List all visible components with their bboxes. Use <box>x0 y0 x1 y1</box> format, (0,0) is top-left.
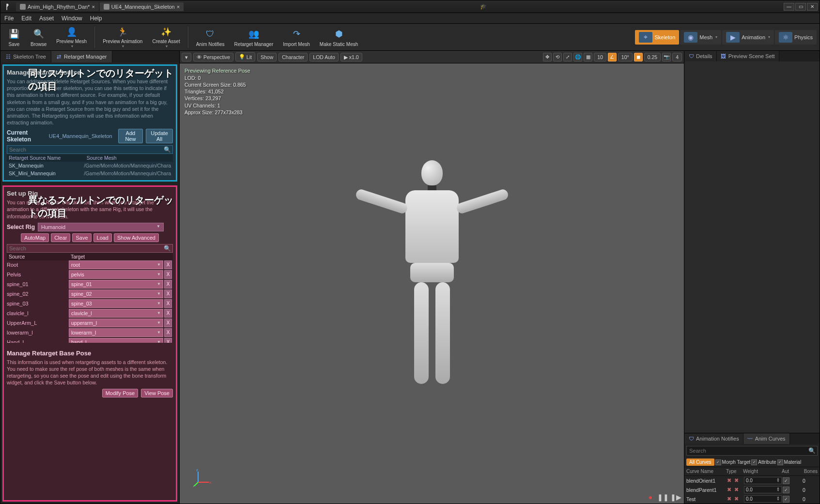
speed-button[interactable]: ▶ x1.0 <box>340 53 362 61</box>
lod-button[interactable]: LOD Auto <box>309 53 339 61</box>
table-row[interactable]: SK_Mini_Mannequin/Game/MorroMotion/Manne… <box>7 169 173 177</box>
mode-mesh[interactable]: ◉Mesh▾ <box>680 30 721 45</box>
show-button[interactable]: Show <box>257 53 277 61</box>
anim-notifies-button[interactable]: 🛡Anim Notifies <box>192 25 229 49</box>
pause-button[interactable]: ❚❚ <box>659 493 667 502</box>
delete-icon[interactable]: ✖ <box>733 487 740 493</box>
scale-icon[interactable]: ⤢ <box>563 53 572 61</box>
rig-target-select[interactable]: spine_02▼ <box>69 290 163 298</box>
clear-button[interactable]: Clear <box>51 233 70 242</box>
search-input[interactable] <box>7 145 173 154</box>
scale-snap-icon[interactable]: ◼ <box>634 53 643 61</box>
curve-row[interactable]: blendOrient1✖✖0.0▲▼✓0 <box>684 476 820 485</box>
clear-mapping-button[interactable]: X <box>164 309 172 318</box>
auto-checkbox[interactable]: ✓ <box>783 477 789 484</box>
menu-asset[interactable]: Asset <box>39 15 54 22</box>
grid-snap-icon[interactable]: ▦ <box>584 53 592 61</box>
translate-icon[interactable]: ✥ <box>543 53 552 61</box>
auto-checkbox[interactable]: ✓ <box>783 487 789 493</box>
rig-target-select[interactable]: spine_03▼ <box>69 299 163 308</box>
rig-target-select[interactable]: hand_l▼ <box>69 338 163 343</box>
menu-file[interactable]: File <box>4 15 14 22</box>
retarget-manager-button[interactable]: 👥Retarget Manager <box>231 25 278 49</box>
graduation-icon[interactable]: 🎓 <box>480 3 487 10</box>
menu-window[interactable]: Window <box>62 15 82 22</box>
mat-checkbox[interactable]: ✓ <box>777 459 783 465</box>
tab-anim-curves[interactable]: 〰Anim Curves <box>743 433 790 444</box>
delete-icon[interactable]: ✖ <box>733 477 740 484</box>
editor-tab[interactable]: Anim_High_Rhythm_Dan*× <box>16 2 99 11</box>
camera-speed-icon[interactable]: 📷 <box>662 53 671 61</box>
minimize-button[interactable]: ― <box>784 3 794 11</box>
save-button[interactable]: 💾Save <box>3 25 25 49</box>
close-icon[interactable]: × <box>177 4 180 10</box>
filter-all-curves[interactable]: All Curves <box>686 458 714 466</box>
save-button[interactable]: Save <box>72 233 91 242</box>
rig-target-select[interactable]: upperarm_l▼ <box>69 319 163 327</box>
clear-mapping-button[interactable]: X <box>164 338 172 343</box>
preview-anim-button[interactable]: 🏃Preview Animation▾ <box>99 25 146 49</box>
delete-icon[interactable]: ✖ <box>726 496 732 502</box>
angle-snap-icon[interactable]: ∠ <box>608 53 617 61</box>
tab-skeleton-tree[interactable]: ☷Skeleton Tree <box>0 51 51 62</box>
delete-icon[interactable]: ✖ <box>726 477 732 484</box>
angle-value[interactable]: 10° <box>618 53 633 61</box>
cam-speed[interactable]: 4 <box>672 53 682 61</box>
clear-mapping-button[interactable]: X <box>164 290 172 298</box>
rig-target-select[interactable]: pelvis▼ <box>69 270 163 279</box>
search-input[interactable] <box>7 244 173 253</box>
record-button[interactable]: ● <box>646 493 655 502</box>
close-button[interactable]: ✕ <box>807 3 818 11</box>
rig-target-select[interactable]: lowerarm_l▼ <box>69 328 163 337</box>
clear-mapping-button[interactable]: X <box>164 270 172 279</box>
clear-mapping-button[interactable]: X <box>164 299 172 308</box>
viewport-3d[interactable]: Previewing Reference Pose LOD: 0 Current… <box>180 63 684 504</box>
rig-select[interactable]: Humanoid▼ <box>38 223 164 231</box>
tab-retarget-manager[interactable]: ⇄Retarget Manager <box>51 51 112 62</box>
preview-mesh-button[interactable]: 👤Preview Mesh▾ <box>52 25 91 49</box>
weight-input[interactable]: 0.0▲▼ <box>744 477 782 484</box>
weight-input[interactable]: 0.0▲▼ <box>744 486 782 493</box>
mode-skeleton[interactable]: ⌖Skeleton <box>635 30 679 45</box>
load-button[interactable]: Load <box>93 233 112 242</box>
attr-checkbox[interactable]: ✓ <box>751 459 757 465</box>
import-mesh-button[interactable]: ↷Import Mesh <box>279 25 314 49</box>
curve-row[interactable]: blendParent1✖✖0.0▲▼✓0 <box>684 485 820 494</box>
morph-checkbox[interactable]: ✓ <box>715 459 721 465</box>
tab-anim-notifies[interactable]: 🛡Animation Notifies <box>684 433 743 444</box>
automap-button[interactable]: AutoMap <box>21 233 49 242</box>
make-static-button[interactable]: ⬢Make Static Mesh <box>316 25 362 49</box>
scale-value[interactable]: 0.25 <box>644 53 661 61</box>
curve-search-input[interactable] <box>686 446 818 456</box>
clear-mapping-button[interactable]: X <box>164 280 172 289</box>
mode-physics[interactable]: ⚛Physics <box>775 30 817 45</box>
tab-preview-scene[interactable]: 🖼Preview Scene Sett <box>717 51 779 61</box>
clear-mapping-button[interactable]: X <box>164 319 172 327</box>
delete-icon[interactable]: ✖ <box>726 487 732 493</box>
auto-checkbox[interactable]: ✓ <box>783 496 789 503</box>
tab-details[interactable]: 🛡Details <box>684 51 717 61</box>
clear-mapping-button[interactable]: X <box>164 260 172 269</box>
update-all-button[interactable]: Update All <box>146 129 173 143</box>
viewport-options-button[interactable]: ▾ <box>182 53 191 61</box>
rig-target-select[interactable]: spine_01▼ <box>69 280 163 289</box>
mode-animation[interactable]: ▶Animation▾ <box>722 30 774 45</box>
menu-help[interactable]: Help <box>90 15 102 22</box>
close-icon[interactable]: × <box>92 4 94 10</box>
show-advanced-button[interactable]: Show Advanced <box>114 233 159 242</box>
add-new-button[interactable]: Add New <box>118 129 143 143</box>
step-button[interactable]: ❚▶ <box>671 493 680 502</box>
curve-row[interactable]: Test✖✖0.0▲▼✓0 <box>684 494 820 504</box>
view-pose-button[interactable]: View Pose <box>141 389 173 397</box>
character-button[interactable]: Character <box>278 53 308 61</box>
table-row[interactable]: SK_Mannequin/Game/MorroMotion/Mannequin/… <box>7 162 173 169</box>
create-asset-button[interactable]: ✨Create Asset▾ <box>148 25 184 49</box>
weight-input[interactable]: 0.0▲▼ <box>744 495 782 503</box>
browse-button[interactable]: 🔍Browse <box>27 25 50 49</box>
grid-value[interactable]: 10 <box>594 53 606 61</box>
maximize-button[interactable]: ▭ <box>795 3 806 11</box>
world-icon[interactable]: 🌐 <box>573 53 582 61</box>
rig-target-select[interactable]: clavicle_l▼ <box>69 309 163 318</box>
menu-edit[interactable]: Edit <box>21 15 31 22</box>
lit-button[interactable]: 💡 Lit <box>235 52 255 61</box>
